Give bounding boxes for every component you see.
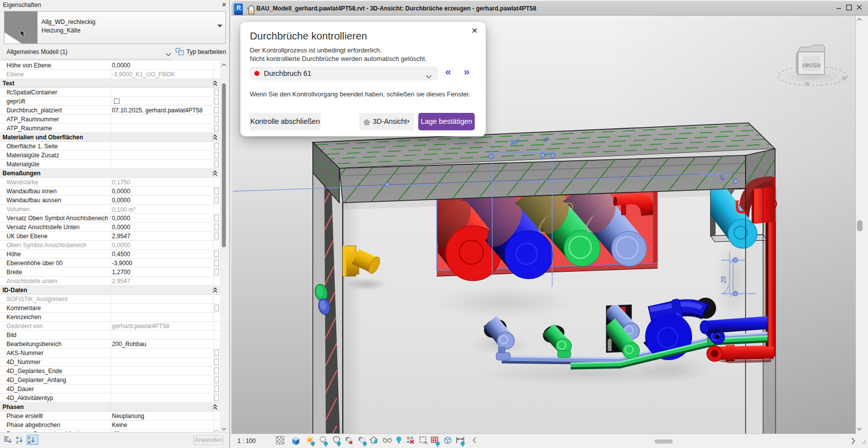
svg-text:R: R — [236, 4, 241, 11]
svg-text:A: A — [16, 436, 19, 440]
svg-text:HINTEN: HINTEN — [802, 62, 820, 68]
svg-text:A: A — [28, 440, 31, 445]
svg-text:Z: Z — [16, 440, 18, 445]
svg-text:20: 20 — [720, 276, 727, 283]
svg-text:Z: Z — [28, 436, 30, 440]
